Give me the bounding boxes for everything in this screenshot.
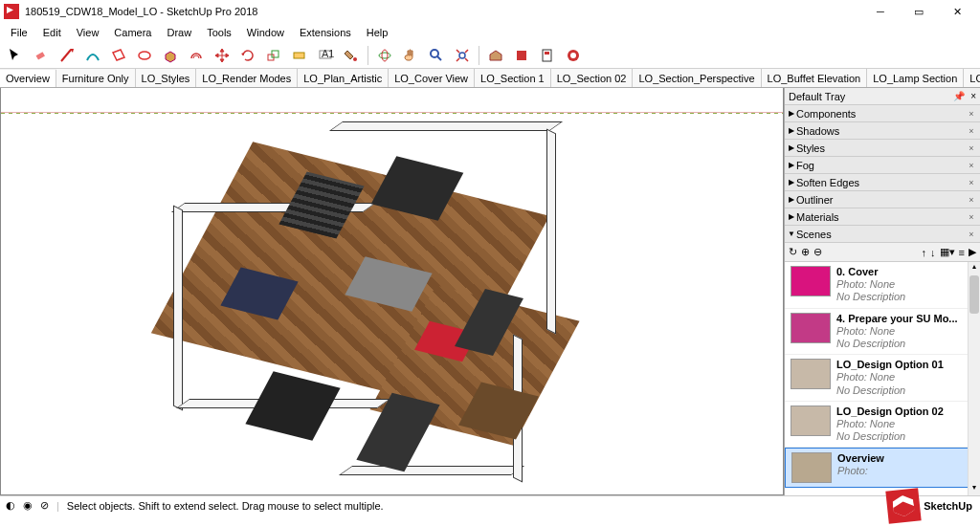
menu-file[interactable]: File <box>4 25 34 40</box>
arc-tool-icon[interactable] <box>81 44 104 67</box>
scene-photo: Photo: None <box>836 278 905 291</box>
scene-photo: Photo: None <box>836 418 944 430</box>
zoom-tool-icon[interactable] <box>425 44 448 67</box>
move-tool-icon[interactable] <box>211 44 234 67</box>
window-controls: ─ ▭ ✕ <box>861 0 976 23</box>
panel-outliner[interactable]: ▶Outliner× <box>785 191 980 208</box>
layout-icon[interactable] <box>536 44 559 67</box>
scene-item[interactable]: LO_Design Option 02 Photo: None No Descr… <box>785 402 980 449</box>
sketchup-logo: SketchUp <box>887 490 972 522</box>
status-func2-icon[interactable]: ◉ <box>23 499 33 512</box>
scene-desc: No Description <box>836 338 958 350</box>
scene-photo: Photo: None <box>836 325 958 338</box>
menu-edit[interactable]: Edit <box>36 25 68 40</box>
scene-menu-icon[interactable]: ▶ <box>969 246 976 258</box>
scenes-scrollbar[interactable]: ▴ ▾ <box>968 262 980 495</box>
scenes-list[interactable]: 0. Cover Photo: None No Description 4. P… <box>785 262 980 495</box>
panel-styles[interactable]: ▶Styles× <box>785 140 980 157</box>
scene-item[interactable]: LO_Design Option 01 Photo: None No Descr… <box>785 355 980 402</box>
scene-name: 4. Prepare your SU Mo... <box>836 313 958 325</box>
main-toolbar: A1 <box>0 42 980 69</box>
scene-tab[interactable]: LO_Section 1 <box>475 69 551 87</box>
scene-item[interactable]: 4. Prepare your SU Mo... Photo: None No … <box>785 309 980 356</box>
scene-desc: No Description <box>836 291 905 303</box>
pin-icon[interactable]: 📌 <box>953 91 965 101</box>
eraser-tool-icon[interactable] <box>30 44 53 67</box>
logo-text: SketchUp <box>924 500 972 512</box>
scene-tab[interactable]: LO_S6_Buffet Elevation <box>964 69 980 87</box>
pan-tool-icon[interactable] <box>399 44 422 67</box>
scene-tab[interactable]: Overview <box>0 70 56 88</box>
scene-desc: No Description <box>836 384 944 397</box>
select-tool-icon[interactable] <box>4 44 27 67</box>
tape-tool-icon[interactable] <box>288 44 311 67</box>
maximize-button[interactable]: ▭ <box>900 0 938 23</box>
tray-title-bar[interactable]: Default Tray 📌 × <box>785 88 980 105</box>
model-viewport[interactable] <box>0 88 784 495</box>
status-func3-icon[interactable]: ⊘ <box>40 499 49 512</box>
scene-tab[interactable]: Furniture Only <box>56 69 136 87</box>
scene-tab[interactable]: LO_Cover View <box>389 69 475 87</box>
scene-view-icon[interactable]: ▦▾ <box>940 246 955 258</box>
minimize-button[interactable]: ─ <box>861 0 900 23</box>
pushpull-tool-icon[interactable] <box>159 44 182 67</box>
menu-view[interactable]: View <box>70 25 106 40</box>
panel-soften-edges[interactable]: ▶Soften Edges× <box>785 174 980 191</box>
offset-tool-icon[interactable] <box>185 44 208 67</box>
rotate-tool-icon[interactable] <box>236 44 259 67</box>
panel-shadows[interactable]: ▶Shadows× <box>785 122 980 140</box>
close-button[interactable]: ✕ <box>938 0 976 23</box>
scene-remove-icon[interactable]: ⊖ <box>813 246 822 258</box>
scene-name: LO_Design Option 02 <box>836 405 944 418</box>
extension-mgr-icon[interactable] <box>562 44 585 67</box>
window-title: 180519_CDW18_Model_LO - SketchUp Pro 201… <box>25 6 257 17</box>
panel-fog[interactable]: ▶Fog× <box>785 157 980 174</box>
scroll-thumb[interactable] <box>969 275 979 314</box>
svg-text:A1: A1 <box>322 48 334 59</box>
menu-bar: File Edit View Camera Draw Tools Window … <box>0 23 980 42</box>
scene-tab[interactable]: LO_Section 02 <box>551 69 634 87</box>
scenes-toolbar: ↻ ⊕ ⊖ ↑ ↓ ▦▾ ≡ ▶ <box>785 243 980 262</box>
menu-help[interactable]: Help <box>360 25 395 40</box>
panel-components[interactable]: ▶Components× <box>785 105 980 122</box>
scene-tab[interactable]: LO_Styles <box>136 69 197 87</box>
svg-rect-12 <box>517 51 526 60</box>
svg-point-1 <box>139 52 150 59</box>
scene-tab[interactable]: LO_Plan_Artistic <box>298 69 389 87</box>
orbit-tool-icon[interactable] <box>373 44 396 67</box>
scene-item[interactable]: 0. Cover Photo: None No Description <box>785 262 980 309</box>
line-tool-icon[interactable] <box>56 44 78 67</box>
title-bar: 180519_CDW18_Model_LO - SketchUp Pro 201… <box>0 0 980 23</box>
scene-add-icon[interactable]: ⊕ <box>801 246 810 258</box>
zoom-extents-icon[interactable] <box>451 44 474 67</box>
svg-rect-0 <box>36 52 45 59</box>
panel-materials[interactable]: ▶Materials× <box>785 208 980 226</box>
circle-tool-icon[interactable] <box>133 44 156 67</box>
menu-window[interactable]: Window <box>240 25 291 40</box>
scene-detail-icon[interactable]: ≡ <box>959 247 965 258</box>
svg-rect-14 <box>545 52 549 55</box>
scene-move-up-icon[interactable]: ↑ <box>922 247 927 258</box>
menu-tools[interactable]: Tools <box>200 25 238 40</box>
scene-tab[interactable]: LO_Lamp Section <box>867 69 964 87</box>
menu-extensions[interactable]: Extensions <box>293 25 358 40</box>
menu-draw[interactable]: Draw <box>160 25 198 40</box>
panel-scenes[interactable]: ▼Scenes× <box>785 226 980 243</box>
scene-thumb <box>791 405 831 436</box>
scene-item[interactable]: Overview Photo: <box>785 448 980 488</box>
scene-move-down-icon[interactable]: ↓ <box>930 247 936 258</box>
status-func1-icon[interactable]: ◐ <box>6 499 15 512</box>
extension-icon[interactable] <box>510 44 533 67</box>
scene-tab[interactable]: LO_Render Modes <box>196 69 298 87</box>
text-tool-icon[interactable]: A1 <box>314 44 337 67</box>
scene-tab[interactable]: LO_Section_Perspective <box>633 69 761 87</box>
paint-tool-icon[interactable] <box>340 44 363 67</box>
menu-camera[interactable]: Camera <box>107 25 158 40</box>
warehouse-icon[interactable] <box>484 44 507 67</box>
rectangle-tool-icon[interactable] <box>107 44 130 67</box>
scene-update-icon[interactable]: ↻ <box>789 246 797 258</box>
scene-tab[interactable]: LO_Buffet Elevation <box>762 69 868 87</box>
scale-tool-icon[interactable] <box>262 44 285 67</box>
tray-close-icon[interactable]: × <box>970 91 976 101</box>
svg-point-7 <box>353 57 357 61</box>
